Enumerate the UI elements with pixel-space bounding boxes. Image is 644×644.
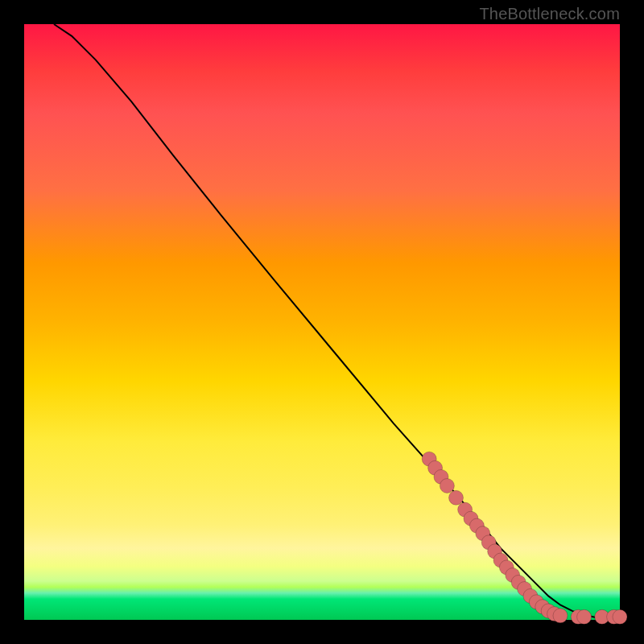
watermark-text: TheBottleneck.com [479,5,620,23]
chart-frame: TheBottleneck.com [0,0,644,644]
plot-area [24,24,620,620]
data-point [553,609,568,623]
data-point [613,609,627,624]
data-points [422,452,627,624]
bottleneck-curve [54,24,620,619]
data-point [449,490,464,505]
chart-svg [24,24,620,620]
data-point [577,609,592,624]
data-point [440,479,454,493]
